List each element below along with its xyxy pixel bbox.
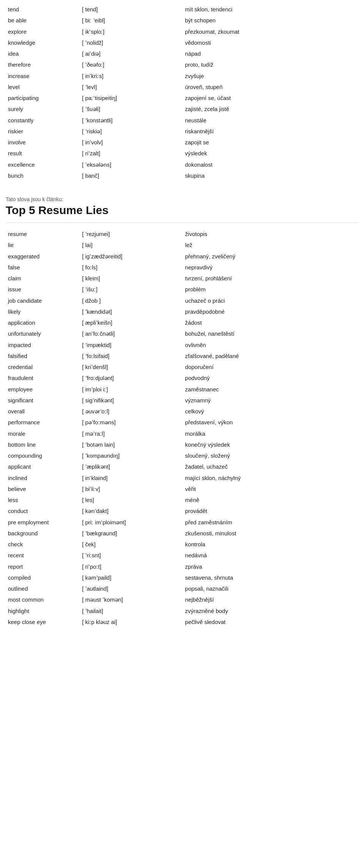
word-cell: most common [6, 594, 80, 605]
table-row: morale[ məˈraːl]morálka [6, 428, 358, 439]
word-cell: background [6, 528, 80, 539]
translation-cell: neustále [183, 115, 358, 126]
word-cell: check [6, 539, 80, 550]
table-row: false[ foːls]nepravdivý [6, 262, 358, 273]
table-row: resume[ ˈrezjumei]životopis [6, 228, 358, 239]
word-cell: falsified [6, 350, 80, 361]
phonetic-cell: [ džob ] [80, 295, 183, 306]
phonetic-cell: [ ˈkompaundıŋ] [80, 450, 183, 461]
phonetic-cell: [ ˈbækgraund] [80, 528, 183, 539]
translation-cell: zvyšuje [183, 70, 358, 81]
phonetic-cell: [ sigˈnifikənt] [80, 395, 183, 406]
translation-cell: lež [183, 239, 358, 250]
table-row: bottom line[ ˈbotəm lain]konečný výslede… [6, 439, 358, 450]
word-cell: explore [6, 26, 80, 37]
phonetic-cell: [ əuvərˈoːl] [80, 406, 183, 417]
word-cell: applicant [6, 461, 80, 472]
word-cell: lie [6, 239, 80, 250]
word-cell: riskier [6, 126, 80, 137]
phonetic-cell: [ ˈðeəfo:] [80, 59, 182, 70]
phonetic-cell: [ lai] [80, 239, 183, 250]
phonetic-cell: [ ˈkonstəntli] [80, 115, 182, 126]
phonetic-cell: [ biˈliːv] [80, 483, 183, 494]
phonetic-cell: [ məˈraːl] [80, 428, 183, 439]
divider [6, 222, 358, 223]
translation-cell: mít sklon, tendenci [183, 4, 358, 15]
word-cell: compiled [6, 572, 80, 583]
phonetic-cell: [ ˈfoːlsifaid] [80, 350, 183, 361]
word-cell: false [6, 262, 80, 273]
table-row: issue[ ˈišuː]problém [6, 284, 358, 295]
table-row: most common[ məust ˈkomən]nejběžnější [6, 594, 358, 605]
phonetic-cell: [ biː ˈeibl] [80, 15, 182, 26]
table-row: highlight[ ˈhailait]zvýrazněné body [6, 605, 358, 616]
translation-cell: mající sklon, náchylný [183, 472, 358, 483]
vocab-table: tend[ tend]mít sklon, tendencibe able[ b… [6, 4, 358, 181]
word-cell: unfortunately [6, 328, 80, 339]
phonetic-cell: [ paːˈtisipeitiŋ] [80, 92, 182, 103]
translation-cell: před zaměstnáním [183, 517, 358, 528]
table-row: likely[ ˈkændidət]pravděpodobné [6, 306, 358, 317]
translation-cell: zajisté, zcela jistě [183, 103, 358, 114]
table-row: credential[ kriˈdenšl]doporučení [6, 361, 358, 372]
table-row: job candidate[ džob ]uchazeč o práci [6, 295, 358, 306]
word-cell: therefore [6, 59, 80, 70]
table-row: tend[ tend]mít sklon, tendenci [6, 4, 358, 15]
translation-cell: významný [183, 395, 358, 406]
phonetic-cell: [ aiˈdiə] [80, 48, 182, 59]
word-cell: increase [6, 70, 80, 81]
app-container: tend[ tend]mít sklon, tendencibe able[ b… [6, 4, 358, 627]
phonetic-cell: [ ˈišuː] [80, 284, 183, 295]
table-row: increase[ inˈkriːs]zvyšuje [6, 70, 358, 81]
translation-cell: zaměstnanec [183, 384, 358, 395]
phonetic-cell: [ ˈkændidət] [80, 306, 183, 317]
translation-cell: tvrzení, prohlášení [183, 273, 358, 284]
phonetic-cell: [ ˈšuəli] [80, 103, 182, 114]
translation-cell: konečný výsledek [183, 439, 358, 450]
word-cell: idea [6, 48, 80, 59]
translation-cell: představení, výkon [183, 417, 358, 428]
word-cell: inclined [6, 472, 80, 483]
translation-cell: žadatel, uchazeč [183, 461, 358, 472]
translation-cell: proto, tudíž [183, 59, 358, 70]
phonetic-cell: [ ˈnolidž] [80, 37, 182, 48]
translation-cell: sloučený, složený [183, 450, 358, 461]
phonetic-cell: [ inˈkriːs] [80, 70, 182, 81]
translation-cell: vědomosti [183, 37, 358, 48]
translation-cell: nejběžnější [183, 594, 358, 605]
table-row: idea[ aiˈdiə]nápad [6, 48, 358, 59]
phonetic-cell: [ ˈbotəm lain] [80, 439, 183, 450]
phonetic-cell: [ ˈhailait] [80, 605, 183, 616]
phonetic-cell: [ æpliˈkeišn] [80, 317, 183, 328]
translation-cell: dokonalost [183, 159, 358, 170]
word-cell: issue [6, 284, 80, 295]
table-row: keep close eye[ kiːp kləuz ai]pečlivě sl… [6, 616, 358, 627]
table-row: lie[ lai]lež [6, 239, 358, 250]
section-label: Tato slova jsou k článku: [6, 196, 358, 202]
word-cell: morale [6, 428, 80, 439]
table-row: overall[ əuvərˈoːl]celkový [6, 406, 358, 417]
table-row: therefore[ ˈðeəfo:]proto, tudíž [6, 59, 358, 70]
word-cell: level [6, 81, 80, 92]
word-cell: exaggerated [6, 251, 80, 262]
table-row: result[ riˈzalt]výsledek [6, 148, 358, 159]
translation-cell: zapojit se [183, 137, 358, 148]
word-cell: credential [6, 361, 80, 372]
word-cell: less [6, 494, 80, 505]
phonetic-cell: [ ˈautlaind] [80, 583, 183, 594]
table-row: inclined[ inˈklaind]mající sklon, náchyl… [6, 472, 358, 483]
table-row: impacted[ ˈimpæktid]ovlivněn [6, 339, 358, 350]
translation-cell: skupina [183, 170, 358, 181]
section-title: Top 5 Resume Lies [6, 204, 358, 217]
word-cell: overall [6, 406, 80, 417]
table-row: constantly[ ˈkonstəntli]neustále [6, 115, 358, 126]
table-row: compiled[ kəmˈpaild]sestavena, shrnuta [6, 572, 358, 583]
translation-cell: provádět [183, 505, 358, 516]
translation-cell: podvodný [183, 372, 358, 383]
word-cell: knowledge [6, 37, 80, 48]
translation-cell: popsali, naznačili [183, 583, 358, 594]
table-row: compounding[ ˈkompaundıŋ]sloučený, slože… [6, 450, 358, 461]
word-cell: claim [6, 273, 80, 284]
table-row: falsified[ ˈfoːlsifaid]zfalšované, paděl… [6, 350, 358, 361]
translation-cell: být schopen [183, 15, 358, 26]
